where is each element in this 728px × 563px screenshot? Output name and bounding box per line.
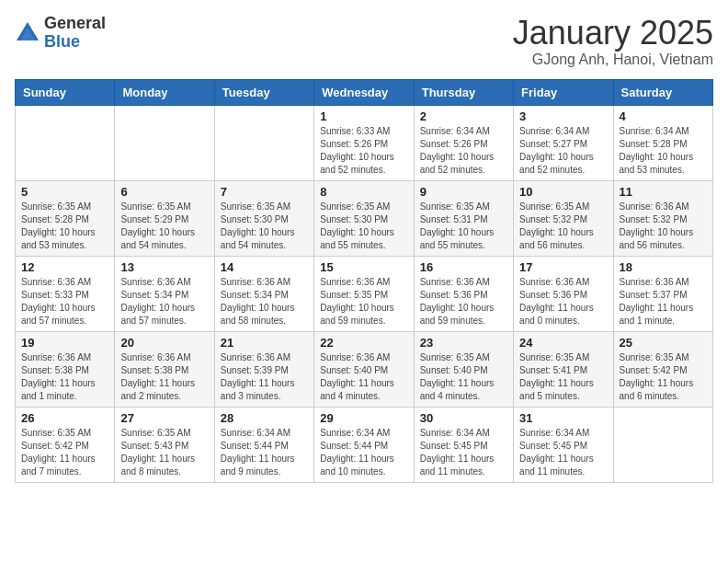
day-number: 22 (320, 336, 407, 350)
month-title: January 2025 (513, 15, 713, 52)
day-number: 27 (120, 411, 208, 425)
title-block: January 2025 GJong Anh, Hanoi, Vietnam (513, 15, 713, 68)
day-info: Sunrise: 6:35 AM Sunset: 5:42 PM Dayligh… (21, 427, 108, 478)
day-info: Sunrise: 6:36 AM Sunset: 5:39 PM Dayligh… (221, 351, 308, 403)
day-number: 26 (21, 411, 108, 425)
calendar-cell: 9Sunrise: 6:35 AM Sunset: 5:31 PM Daylig… (414, 180, 513, 256)
day-number: 13 (120, 260, 208, 274)
day-number: 31 (519, 411, 607, 425)
week-row-2: 5Sunrise: 6:35 AM Sunset: 5:28 PM Daylig… (16, 180, 713, 256)
day-info: Sunrise: 6:36 AM Sunset: 5:40 PM Dayligh… (320, 351, 407, 403)
calendar-cell: 10Sunrise: 6:35 AM Sunset: 5:32 PM Dayli… (514, 180, 613, 256)
day-number: 14 (221, 260, 308, 274)
day-number: 20 (120, 336, 208, 350)
day-number: 12 (21, 260, 108, 274)
calendar-cell: 13Sunrise: 6:36 AM Sunset: 5:34 PM Dayli… (115, 256, 214, 331)
day-info: Sunrise: 6:35 AM Sunset: 5:30 PM Dayligh… (320, 201, 407, 252)
calendar-cell: 30Sunrise: 6:34 AM Sunset: 5:45 PM Dayli… (414, 407, 513, 482)
day-info: Sunrise: 6:36 AM Sunset: 5:34 PM Dayligh… (120, 276, 208, 327)
day-number: 11 (620, 185, 707, 199)
calendar-cell: 23Sunrise: 6:35 AM Sunset: 5:40 PM Dayli… (414, 331, 513, 407)
day-info: Sunrise: 6:35 AM Sunset: 5:41 PM Dayligh… (519, 351, 607, 403)
calendar-cell: 14Sunrise: 6:36 AM Sunset: 5:34 PM Dayli… (214, 256, 313, 331)
day-info: Sunrise: 6:34 AM Sunset: 5:27 PM Dayligh… (519, 125, 607, 177)
day-info: Sunrise: 6:35 AM Sunset: 5:40 PM Dayligh… (420, 351, 507, 403)
day-number: 25 (620, 336, 707, 350)
calendar-cell: 5Sunrise: 6:35 AM Sunset: 5:28 PM Daylig… (16, 180, 115, 256)
day-info: Sunrise: 6:36 AM Sunset: 5:35 PM Dayligh… (320, 276, 407, 327)
calendar-cell: 22Sunrise: 6:36 AM Sunset: 5:40 PM Dayli… (314, 331, 414, 407)
day-info: Sunrise: 6:36 AM Sunset: 5:36 PM Dayligh… (420, 276, 507, 327)
page-header: General Blue January 2025 GJong Anh, Han… (15, 15, 713, 68)
calendar-cell: 16Sunrise: 6:36 AM Sunset: 5:36 PM Dayli… (414, 256, 513, 331)
calendar-cell (115, 105, 214, 180)
day-number: 24 (519, 336, 607, 350)
day-number: 30 (420, 411, 507, 425)
logo-text: General Blue (44, 15, 106, 52)
calendar-cell: 12Sunrise: 6:36 AM Sunset: 5:33 PM Dayli… (16, 256, 115, 331)
calendar-cell (16, 105, 115, 180)
day-info: Sunrise: 6:33 AM Sunset: 5:26 PM Dayligh… (320, 125, 407, 177)
day-number: 3 (519, 109, 607, 123)
week-row-5: 26Sunrise: 6:35 AM Sunset: 5:42 PM Dayli… (16, 407, 713, 482)
day-info: Sunrise: 6:36 AM Sunset: 5:32 PM Dayligh… (620, 201, 707, 252)
weekday-header-thursday: Thursday (414, 79, 513, 105)
day-info: Sunrise: 6:34 AM Sunset: 5:28 PM Dayligh… (620, 125, 707, 177)
weekday-header-monday: Monday (115, 79, 214, 105)
day-info: Sunrise: 6:34 AM Sunset: 5:44 PM Dayligh… (221, 427, 308, 478)
day-number: 1 (320, 109, 407, 123)
calendar-cell: 29Sunrise: 6:34 AM Sunset: 5:44 PM Dayli… (314, 407, 414, 482)
calendar-cell: 31Sunrise: 6:34 AM Sunset: 5:45 PM Dayli… (514, 407, 613, 482)
weekday-header-friday: Friday (514, 79, 613, 105)
day-info: Sunrise: 6:34 AM Sunset: 5:45 PM Dayligh… (420, 427, 507, 478)
weekday-header-wednesday: Wednesday (314, 79, 414, 105)
calendar-cell: 7Sunrise: 6:35 AM Sunset: 5:30 PM Daylig… (214, 180, 313, 256)
day-info: Sunrise: 6:34 AM Sunset: 5:45 PM Dayligh… (519, 427, 607, 478)
day-info: Sunrise: 6:36 AM Sunset: 5:38 PM Dayligh… (21, 351, 108, 403)
calendar-cell: 28Sunrise: 6:34 AM Sunset: 5:44 PM Dayli… (214, 407, 313, 482)
day-number: 29 (320, 411, 407, 425)
week-row-3: 12Sunrise: 6:36 AM Sunset: 5:33 PM Dayli… (16, 256, 713, 331)
calendar-cell: 11Sunrise: 6:36 AM Sunset: 5:32 PM Dayli… (613, 180, 712, 256)
day-info: Sunrise: 6:36 AM Sunset: 5:33 PM Dayligh… (21, 276, 108, 327)
day-number: 4 (620, 109, 707, 123)
day-number: 5 (21, 185, 108, 199)
calendar-cell: 17Sunrise: 6:36 AM Sunset: 5:36 PM Dayli… (514, 256, 613, 331)
day-info: Sunrise: 6:34 AM Sunset: 5:26 PM Dayligh… (420, 125, 507, 177)
logo-general: General (44, 15, 106, 33)
calendar-cell: 18Sunrise: 6:36 AM Sunset: 5:37 PM Dayli… (613, 256, 712, 331)
calendar-cell: 21Sunrise: 6:36 AM Sunset: 5:39 PM Dayli… (214, 331, 313, 407)
day-number: 17 (519, 260, 607, 274)
calendar-cell: 25Sunrise: 6:35 AM Sunset: 5:42 PM Dayli… (613, 331, 712, 407)
day-number: 6 (120, 185, 208, 199)
day-info: Sunrise: 6:35 AM Sunset: 5:29 PM Dayligh… (120, 201, 208, 252)
day-info: Sunrise: 6:36 AM Sunset: 5:37 PM Dayligh… (620, 276, 707, 327)
logo: General Blue (15, 15, 106, 52)
calendar-table: SundayMondayTuesdayWednesdayThursdayFrid… (15, 79, 713, 483)
day-number: 23 (420, 336, 507, 350)
day-number: 19 (21, 336, 108, 350)
weekday-header-saturday: Saturday (613, 79, 712, 105)
day-info: Sunrise: 6:35 AM Sunset: 5:32 PM Dayligh… (519, 201, 607, 252)
day-number: 18 (620, 260, 707, 274)
day-info: Sunrise: 6:35 AM Sunset: 5:42 PM Dayligh… (620, 351, 707, 403)
day-number: 7 (221, 185, 308, 199)
calendar-cell: 3Sunrise: 6:34 AM Sunset: 5:27 PM Daylig… (514, 105, 613, 180)
location: GJong Anh, Hanoi, Vietnam (513, 52, 713, 68)
day-info: Sunrise: 6:36 AM Sunset: 5:36 PM Dayligh… (519, 276, 607, 327)
day-number: 16 (420, 260, 507, 274)
day-number: 10 (519, 185, 607, 199)
calendar-cell (613, 407, 712, 482)
calendar-cell: 20Sunrise: 6:36 AM Sunset: 5:38 PM Dayli… (115, 331, 214, 407)
calendar-cell: 2Sunrise: 6:34 AM Sunset: 5:26 PM Daylig… (414, 105, 513, 180)
week-row-4: 19Sunrise: 6:36 AM Sunset: 5:38 PM Dayli… (16, 331, 713, 407)
weekday-header-tuesday: Tuesday (214, 79, 313, 105)
day-number: 15 (320, 260, 407, 274)
day-number: 21 (221, 336, 308, 350)
day-info: Sunrise: 6:35 AM Sunset: 5:43 PM Dayligh… (120, 427, 208, 478)
calendar-cell: 4Sunrise: 6:34 AM Sunset: 5:28 PM Daylig… (613, 105, 712, 180)
calendar-cell: 26Sunrise: 6:35 AM Sunset: 5:42 PM Dayli… (16, 407, 115, 482)
day-info: Sunrise: 6:36 AM Sunset: 5:38 PM Dayligh… (120, 351, 208, 403)
day-info: Sunrise: 6:34 AM Sunset: 5:44 PM Dayligh… (320, 427, 407, 478)
day-number: 9 (420, 185, 507, 199)
